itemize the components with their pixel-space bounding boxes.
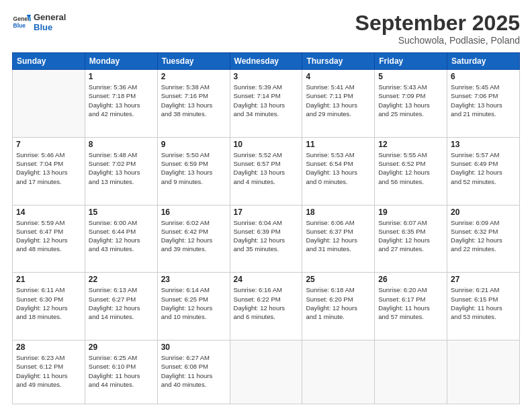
calendar-header-monday: Monday (85, 53, 157, 70)
calendar-cell: 13Sunrise: 5:57 AM Sunset: 6:49 PM Dayli… (447, 137, 520, 205)
day-number: 18 (306, 208, 371, 217)
week-row-4: 21Sunrise: 6:11 AM Sunset: 6:30 PM Dayli… (13, 273, 520, 340)
day-number: 10 (234, 140, 299, 149)
calendar-cell: 12Sunrise: 5:55 AM Sunset: 6:52 PM Dayli… (375, 137, 447, 205)
day-info: Sunrise: 5:43 AM Sunset: 7:09 PM Dayligh… (378, 83, 443, 118)
day-info: Sunrise: 6:06 AM Sunset: 6:37 PM Dayligh… (306, 218, 371, 254)
week-row-1: 1Sunrise: 5:36 AM Sunset: 7:18 PM Daylig… (13, 70, 520, 138)
day-number: 21 (16, 275, 81, 284)
day-info: Sunrise: 5:53 AM Sunset: 6:54 PM Dayligh… (306, 150, 371, 186)
day-info: Sunrise: 5:48 AM Sunset: 7:02 PM Dayligh… (89, 150, 154, 186)
calendar-header-sunday: Sunday (13, 53, 85, 70)
calendar-cell: 29Sunrise: 6:25 AM Sunset: 6:10 PM Dayli… (85, 340, 157, 404)
day-number: 2 (161, 72, 226, 81)
day-info: Sunrise: 5:57 AM Sunset: 6:49 PM Dayligh… (451, 150, 516, 186)
logo-general: General (34, 12, 66, 22)
location-subtitle: Suchowola, Podlasie, Poland (355, 35, 520, 46)
day-info: Sunrise: 6:27 AM Sunset: 6:08 PM Dayligh… (161, 353, 226, 389)
calendar-header-saturday: Saturday (447, 53, 520, 70)
calendar-cell: 21Sunrise: 6:11 AM Sunset: 6:30 PM Dayli… (13, 273, 85, 340)
calendar-cell (13, 70, 85, 138)
calendar-body: 1Sunrise: 5:36 AM Sunset: 7:18 PM Daylig… (13, 70, 520, 404)
logo-blue: Blue (34, 22, 66, 32)
calendar-cell: 9Sunrise: 5:50 AM Sunset: 6:59 PM Daylig… (157, 137, 230, 205)
calendar-cell: 5Sunrise: 5:43 AM Sunset: 7:09 PM Daylig… (375, 70, 447, 138)
day-number: 7 (16, 140, 81, 149)
calendar-cell: 23Sunrise: 6:14 AM Sunset: 6:25 PM Dayli… (157, 273, 230, 340)
calendar-header-row: SundayMondayTuesdayWednesdayThursdayFrid… (13, 53, 520, 70)
day-number: 19 (378, 208, 443, 217)
calendar-cell: 8Sunrise: 5:48 AM Sunset: 7:02 PM Daylig… (85, 137, 157, 205)
day-number: 1 (89, 72, 154, 81)
day-info: Sunrise: 6:18 AM Sunset: 6:20 PM Dayligh… (306, 285, 371, 321)
svg-text:Blue: Blue (13, 22, 26, 29)
calendar-cell: 24Sunrise: 6:16 AM Sunset: 6:22 PM Dayli… (230, 273, 302, 340)
day-number: 27 (451, 275, 516, 284)
day-number: 3 (234, 72, 299, 81)
day-info: Sunrise: 5:39 AM Sunset: 7:14 PM Dayligh… (234, 83, 299, 118)
calendar-cell: 20Sunrise: 6:09 AM Sunset: 6:32 PM Dayli… (447, 205, 520, 273)
calendar-cell: 16Sunrise: 6:02 AM Sunset: 6:42 PM Dayli… (157, 205, 230, 273)
day-info: Sunrise: 5:55 AM Sunset: 6:52 PM Dayligh… (378, 150, 443, 186)
calendar-cell: 1Sunrise: 5:36 AM Sunset: 7:18 PM Daylig… (85, 70, 157, 138)
day-number: 15 (89, 208, 154, 217)
day-number: 11 (306, 140, 371, 149)
day-info: Sunrise: 6:23 AM Sunset: 6:12 PM Dayligh… (16, 353, 81, 389)
logo-icon: General Blue (12, 13, 31, 32)
calendar-cell: 30Sunrise: 6:27 AM Sunset: 6:08 PM Dayli… (157, 340, 230, 404)
calendar-cell (230, 340, 302, 404)
day-info: Sunrise: 6:20 AM Sunset: 6:17 PM Dayligh… (378, 285, 443, 321)
week-row-3: 14Sunrise: 5:59 AM Sunset: 6:47 PM Dayli… (13, 205, 520, 273)
calendar-cell: 3Sunrise: 5:39 AM Sunset: 7:14 PM Daylig… (230, 70, 302, 138)
day-info: Sunrise: 5:59 AM Sunset: 6:47 PM Dayligh… (16, 218, 81, 254)
calendar-cell: 27Sunrise: 6:21 AM Sunset: 6:15 PM Dayli… (447, 273, 520, 340)
calendar-cell: 26Sunrise: 6:20 AM Sunset: 6:17 PM Dayli… (375, 273, 447, 340)
day-number: 24 (234, 275, 299, 284)
day-info: Sunrise: 6:00 AM Sunset: 6:44 PM Dayligh… (89, 218, 154, 254)
day-number: 6 (451, 72, 516, 81)
day-info: Sunrise: 5:46 AM Sunset: 7:04 PM Dayligh… (16, 150, 81, 186)
day-number: 29 (89, 342, 154, 352)
day-info: Sunrise: 6:02 AM Sunset: 6:42 PM Dayligh… (161, 218, 226, 254)
week-row-2: 7Sunrise: 5:46 AM Sunset: 7:04 PM Daylig… (13, 137, 520, 205)
calendar-cell: 4Sunrise: 5:41 AM Sunset: 7:11 PM Daylig… (302, 70, 375, 138)
day-number: 25 (306, 275, 371, 284)
week-row-5: 28Sunrise: 6:23 AM Sunset: 6:12 PM Dayli… (13, 340, 520, 404)
day-info: Sunrise: 6:11 AM Sunset: 6:30 PM Dayligh… (16, 285, 81, 321)
day-info: Sunrise: 6:14 AM Sunset: 6:25 PM Dayligh… (161, 285, 226, 321)
day-number: 13 (451, 140, 516, 149)
day-info: Sunrise: 6:25 AM Sunset: 6:10 PM Dayligh… (89, 353, 154, 389)
calendar-header-tuesday: Tuesday (157, 53, 230, 70)
month-title: September 2025 (355, 12, 520, 34)
day-number: 28 (16, 342, 81, 352)
day-info: Sunrise: 5:45 AM Sunset: 7:06 PM Dayligh… (451, 83, 516, 118)
day-info: Sunrise: 5:52 AM Sunset: 6:57 PM Dayligh… (234, 150, 299, 186)
day-info: Sunrise: 5:41 AM Sunset: 7:11 PM Dayligh… (306, 83, 371, 118)
calendar-cell: 2Sunrise: 5:38 AM Sunset: 7:16 PM Daylig… (157, 70, 230, 138)
day-number: 12 (378, 140, 443, 149)
calendar-cell (302, 340, 375, 404)
calendar: SundayMondayTuesdayWednesdayThursdayFrid… (12, 52, 520, 404)
day-info: Sunrise: 5:36 AM Sunset: 7:18 PM Dayligh… (89, 83, 154, 118)
day-number: 16 (161, 208, 226, 217)
day-number: 20 (451, 208, 516, 217)
day-info: Sunrise: 6:21 AM Sunset: 6:15 PM Dayligh… (451, 285, 516, 321)
calendar-cell: 18Sunrise: 6:06 AM Sunset: 6:37 PM Dayli… (302, 205, 375, 273)
calendar-cell: 6Sunrise: 5:45 AM Sunset: 7:06 PM Daylig… (447, 70, 520, 138)
day-number: 14 (16, 208, 81, 217)
day-info: Sunrise: 6:13 AM Sunset: 6:27 PM Dayligh… (89, 285, 154, 321)
day-info: Sunrise: 5:38 AM Sunset: 7:16 PM Dayligh… (161, 83, 226, 118)
day-number: 17 (234, 208, 299, 217)
calendar-cell: 28Sunrise: 6:23 AM Sunset: 6:12 PM Dayli… (13, 340, 85, 404)
calendar-header-thursday: Thursday (302, 53, 375, 70)
calendar-cell: 17Sunrise: 6:04 AM Sunset: 6:39 PM Dayli… (230, 205, 302, 273)
calendar-cell (447, 340, 520, 404)
calendar-cell: 22Sunrise: 6:13 AM Sunset: 6:27 PM Dayli… (85, 273, 157, 340)
calendar-header-friday: Friday (375, 53, 447, 70)
day-number: 23 (161, 275, 226, 284)
calendar-cell: 15Sunrise: 6:00 AM Sunset: 6:44 PM Dayli… (85, 205, 157, 273)
calendar-cell: 11Sunrise: 5:53 AM Sunset: 6:54 PM Dayli… (302, 137, 375, 205)
day-info: Sunrise: 6:16 AM Sunset: 6:22 PM Dayligh… (234, 285, 299, 321)
logo: General Blue General Blue (12, 12, 66, 32)
calendar-cell: 10Sunrise: 5:52 AM Sunset: 6:57 PM Dayli… (230, 137, 302, 205)
